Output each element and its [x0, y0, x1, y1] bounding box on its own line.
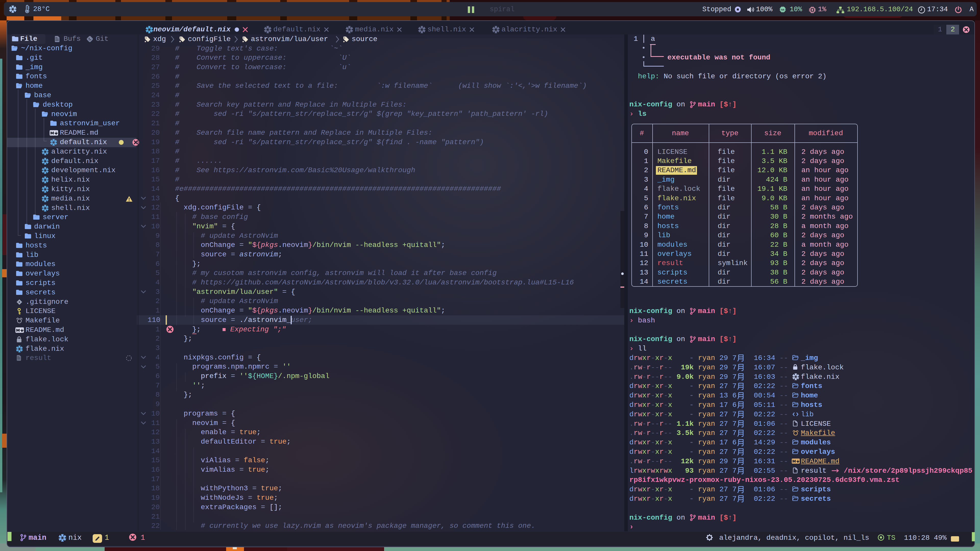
- svg-text:64: 64: [781, 8, 784, 11]
